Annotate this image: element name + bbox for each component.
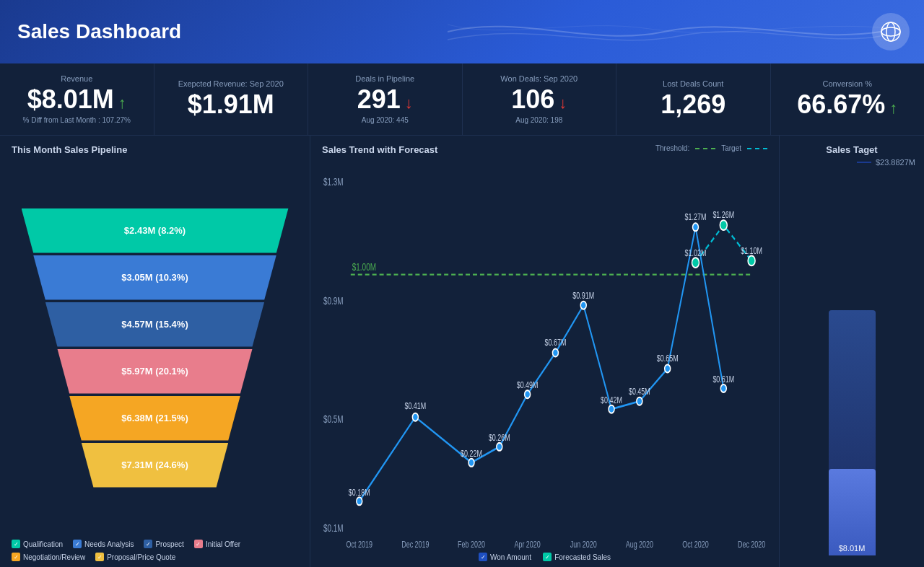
- svg-point-33: [637, 397, 642, 405]
- svg-point-27: [552, 349, 558, 357]
- svg-point-2: [886, 22, 895, 41]
- legend-label: Prospect: [155, 540, 183, 548]
- target-panel: Sales Taget $23.8827M $8.01M: [780, 136, 924, 567]
- svg-point-43: [720, 220, 727, 230]
- svg-text:$0.42M: $0.42M: [601, 395, 622, 405]
- svg-text:$0.26M: $0.26M: [489, 433, 510, 443]
- svg-text:$1.02M: $1.02M: [685, 247, 707, 258]
- svg-text:$0.5M: $0.5M: [323, 414, 344, 426]
- svg-text:Dec 2020: Dec 2020: [738, 540, 765, 550]
- svg-text:$0.45M: $0.45M: [629, 386, 650, 396]
- kpi-deals-sub: Aug 2020: 445: [362, 116, 409, 124]
- svg-text:$1.10M: $1.10M: [741, 245, 762, 255]
- legend-color: ✓: [194, 540, 203, 548]
- svg-text:Oct 2020: Oct 2020: [682, 540, 708, 550]
- funnel-title: This Month Sales Pipeline: [12, 144, 298, 155]
- svg-text:$1.00M: $1.00M: [352, 262, 376, 273]
- funnel-legend: ✓Qualification✓Needs Analysis✓Prospect✓I…: [12, 540, 298, 561]
- kpi-won-deals: Won Deals: Sep 2020 106 Aug 2020: 198: [463, 63, 617, 135]
- funnel-container: $2.43M (8.2%)$3.05M (10.3%)$4.57M (15.4%…: [12, 161, 298, 535]
- legend-color: ✓: [12, 553, 20, 561]
- legend-label: Proposal/Price Quote: [107, 553, 175, 561]
- kpi-conversion-value: 66.67%: [797, 89, 897, 120]
- kpi-deals-pipeline: Deals in Pipeline 291 Aug 2020: 445: [308, 63, 463, 135]
- target-value-line: $23.8827M: [788, 158, 915, 167]
- svg-point-37: [693, 223, 699, 231]
- chart-legend-won-label: Won Amount: [490, 553, 531, 561]
- svg-point-31: [609, 405, 614, 413]
- svg-point-17: [357, 497, 362, 505]
- svg-text:Feb 2020: Feb 2020: [458, 540, 485, 550]
- svg-text:$0.65M: $0.65M: [657, 353, 679, 364]
- header-waves-decoration: [448, 0, 881, 63]
- chart-legend-won: ✓ Won Amount: [479, 553, 531, 561]
- header-title: Sales Dashboard: [17, 20, 181, 43]
- target-amount: $23.8827M: [876, 158, 915, 167]
- legend-color: ✓: [144, 540, 152, 548]
- kpi-lost-deals: Lost Deals Count 1,269: [616, 63, 771, 135]
- kpi-expected-value: $1.91M: [188, 89, 274, 120]
- chart-header: Sales Trend with Forecast Threshold: Tar…: [322, 144, 767, 161]
- svg-text:$0.18M: $0.18M: [349, 487, 370, 497]
- threshold-legend: Threshold: Target: [655, 144, 767, 152]
- kpi-conversion: Conversion % 66.67%: [771, 63, 925, 135]
- kpi-conversion-label: Conversion %: [823, 79, 872, 88]
- kpi-revenue: Revenue $8.01M % Diff from Last Month : …: [0, 63, 154, 135]
- target-title: Sales Taget: [788, 144, 915, 155]
- svg-text:$0.22M: $0.22M: [461, 449, 482, 459]
- legend-color: ✓: [95, 553, 104, 561]
- funnel-stage-1: $3.05M (10.3%): [33, 255, 276, 300]
- svg-text:$0.91M: $0.91M: [572, 290, 594, 300]
- svg-point-29: [580, 302, 586, 309]
- kpi-won-label: Won Deals: Sep 2020: [500, 74, 578, 83]
- chart-legend-bottom: ✓ Won Amount ✓ Forecasted Sales: [322, 553, 767, 561]
- legend-label: Negotiation/Review: [23, 553, 85, 561]
- svg-text:$1.26M: $1.26M: [712, 210, 734, 220]
- kpi-revenue-label: Revenue: [61, 74, 92, 83]
- chart-panel: Sales Trend with Forecast Threshold: Tar…: [310, 136, 780, 567]
- legend-label: Initial Offer: [206, 540, 240, 548]
- svg-text:$1.27M: $1.27M: [685, 212, 707, 222]
- target-bar-chart: $8.01M: [788, 170, 915, 561]
- total-bar: $8.01M: [829, 310, 876, 555]
- current-bar-label: $8.01M: [839, 544, 866, 553]
- won-check-icon: ✓: [479, 553, 487, 561]
- funnel-stage-5: $7.31M (24.6%): [82, 443, 229, 488]
- svg-point-41: [692, 258, 699, 268]
- forecast-check-icon: ✓: [543, 553, 552, 561]
- svg-text:Jun 2020: Jun 2020: [570, 540, 597, 550]
- svg-point-19: [412, 413, 418, 421]
- legend-item-qualification: ✓Qualification: [12, 540, 63, 548]
- svg-text:Apr 2020: Apr 2020: [514, 540, 540, 550]
- chart-title: Sales Trend with Forecast: [322, 144, 437, 155]
- kpi-revenue-value: $8.01M: [27, 84, 126, 115]
- kpi-deals-label: Deals in Pipeline: [355, 74, 414, 83]
- svg-text:$0.9M: $0.9M: [323, 295, 344, 307]
- svg-text:Oct 2019: Oct 2019: [346, 540, 372, 550]
- threshold-text: Threshold:: [655, 144, 689, 152]
- chart-legend-forecast-label: Forecasted Sales: [554, 553, 611, 561]
- kpi-revenue-sub: % Diff from Last Month : 107.27%: [23, 116, 131, 124]
- svg-point-39: [720, 384, 726, 392]
- legend-color: ✓: [12, 540, 20, 548]
- kpi-won-value: 106: [511, 84, 567, 115]
- legend-item-proposal/price-quote: ✓Proposal/Price Quote: [95, 553, 175, 561]
- kpi-lost-value: 1,269: [661, 89, 725, 120]
- brand-logo: [872, 13, 910, 50]
- legend-item-initial-offer: ✓Initial Offer: [194, 540, 240, 548]
- svg-point-35: [665, 364, 671, 372]
- kpi-lost-label: Lost Deals Count: [663, 79, 723, 88]
- svg-text:$1.3M: $1.3M: [323, 177, 344, 188]
- svg-point-21: [468, 459, 474, 467]
- funnel-stage-4: $6.38M (21.5%): [69, 396, 240, 441]
- svg-text:Aug 2020: Aug 2020: [626, 540, 653, 550]
- main-content: This Month Sales Pipeline $2.43M (8.2%)$…: [0, 136, 924, 567]
- legend-item-prospect: ✓Prospect: [144, 540, 183, 548]
- funnel-stage-2: $4.57M (15.4%): [45, 302, 264, 347]
- funnel-panel: This Month Sales Pipeline $2.43M (8.2%)$…: [0, 136, 310, 567]
- kpi-expected-label: Exepcted Revenue: Sep 2020: [178, 79, 284, 88]
- legend-item-negotiation/review: ✓Negotiation/Review: [12, 553, 85, 561]
- chart-area: $1.3M $0.9M $0.5M $0.1M $1.00M Oct 2019 …: [322, 164, 767, 550]
- chart-legend-forecast: ✓ Forecasted Sales: [543, 553, 611, 561]
- kpi-won-sub: Aug 2020: 198: [515, 116, 562, 124]
